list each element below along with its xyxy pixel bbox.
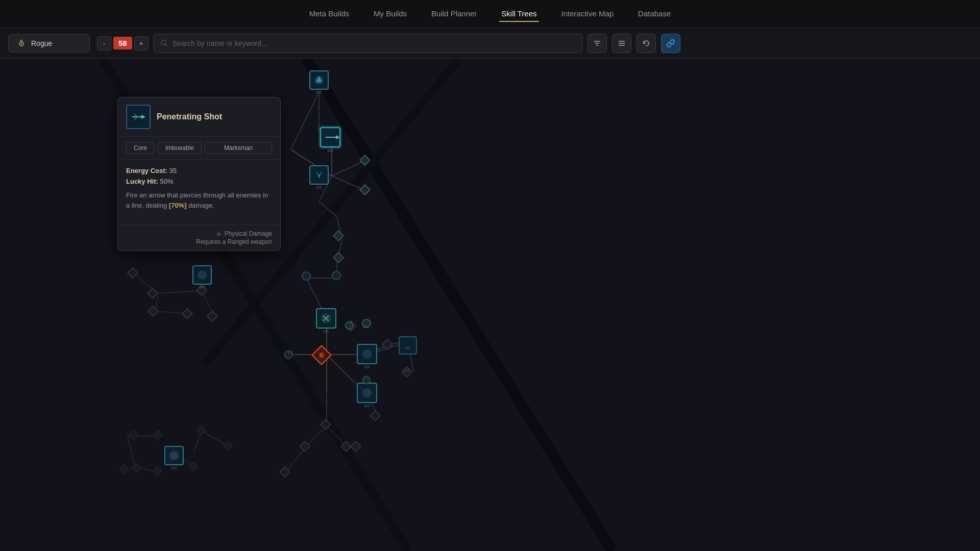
list-button[interactable] (612, 34, 631, 53)
svg-point-3 (161, 40, 166, 45)
popup-damage-type: ⚔ Physical Damage (216, 230, 272, 237)
svg-text:0/5: 0/5 (364, 365, 370, 369)
top-navigation: Meta Builds My Builds Build Planner Skil… (0, 0, 980, 28)
class-name-label: Rogue (31, 39, 52, 47)
svg-text:0/1: 0/1 (362, 324, 369, 329)
svg-point-118 (363, 377, 370, 384)
svg-text:0/1: 0/1 (405, 346, 411, 350)
class-icon (16, 38, 27, 49)
nav-build-planner[interactable]: Build Planner (429, 6, 479, 22)
popup-header: Penetrating Shot (118, 97, 280, 137)
popup-tag-marksman[interactable]: Marksman (205, 142, 272, 154)
popup-energy-cost: Energy Cost: 35 (126, 167, 272, 174)
popup-skill-title: Penetrating Shot (157, 112, 222, 121)
skill-map[interactable]: 6 0/5 0/5 0/5 0/3 0/1 0/5 0/5 (0, 59, 980, 551)
class-selector[interactable]: Rogue (8, 34, 90, 53)
svg-point-101 (198, 270, 207, 280)
level-display: 58 (113, 37, 132, 49)
nav-interactive-map[interactable]: Interactive Map (559, 6, 616, 22)
svg-text:0/3: 0/3 (199, 285, 205, 289)
svg-point-110 (362, 388, 372, 397)
svg-text:0/1: 0/1 (323, 329, 329, 334)
svg-text:0/1: 0/1 (287, 350, 293, 355)
popup-weapon-req: Requires a Ranged weapon (196, 238, 272, 245)
reset-button[interactable] (636, 34, 656, 53)
damage-type-icon: ⚔ (216, 230, 222, 237)
svg-text:0/5: 0/5 (327, 148, 333, 153)
svg-point-120 (302, 272, 310, 280)
search-wrapper (154, 34, 582, 53)
toolbar: Rogue - 58 + (0, 28, 980, 59)
nav-skill-trees[interactable]: Skill Trees (499, 6, 538, 22)
popup-lucky-hit: Lucky Hit: 50% (126, 178, 272, 185)
svg-point-117 (346, 322, 353, 329)
popup-tag-imbueable[interactable]: Imbueable (158, 142, 202, 154)
search-icon (160, 39, 168, 47)
popup-body: Energy Cost: 35 Lucky Hit: 50% Fire an a… (118, 160, 280, 224)
svg-rect-112 (399, 337, 416, 354)
search-input[interactable] (173, 39, 576, 47)
skill-popup: Penetrating Shot Core Imbueable Marksman… (117, 97, 281, 251)
popup-skill-icon (126, 105, 151, 129)
popup-tags: Core Imbueable Marksman (118, 137, 280, 160)
nav-meta-builds[interactable]: Meta Builds (307, 6, 351, 22)
svg-text:0/5: 0/5 (316, 185, 322, 190)
svg-text:0/1: 0/1 (404, 368, 410, 373)
popup-footer: ⚔ Physical Damage Requires a Ranged weap… (118, 224, 280, 251)
svg-point-88 (318, 352, 325, 358)
level-minus-button[interactable]: - (97, 36, 111, 51)
svg-text:0/3: 0/3 (171, 466, 177, 470)
svg-line-4 (165, 44, 167, 46)
link-button[interactable] (661, 34, 680, 53)
svg-text:0/5: 0/5 (364, 404, 370, 408)
filter-button[interactable] (587, 34, 607, 53)
level-controls: - 58 + (97, 36, 149, 51)
svg-point-2 (21, 43, 22, 44)
popup-description: Fire an arrow that pierces through all e… (126, 190, 272, 210)
svg-point-121 (332, 271, 340, 280)
svg-point-115 (169, 451, 179, 460)
svg-point-107 (362, 349, 372, 359)
popup-tag-core[interactable]: Core (126, 142, 155, 154)
svg-text:0/5: 0/5 (316, 90, 322, 94)
level-plus-button[interactable]: + (134, 36, 149, 51)
nav-my-builds[interactable]: My Builds (372, 6, 409, 22)
nav-database[interactable]: Database (636, 6, 673, 22)
